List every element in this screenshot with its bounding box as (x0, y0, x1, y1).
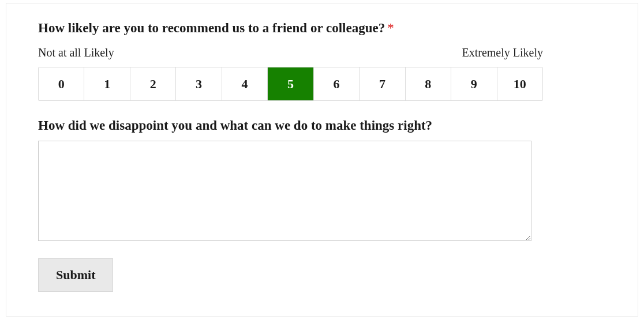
submit-button[interactable]: Submit (38, 258, 113, 292)
survey-form: How likely are you to recommend us to a … (6, 3, 638, 317)
scale-option-3[interactable]: 3 (176, 67, 222, 100)
scale-option-0[interactable]: 0 (39, 67, 84, 100)
nps-question-row: How likely are you to recommend us to a … (38, 21, 606, 36)
scale-option-9[interactable]: 9 (451, 67, 497, 100)
required-asterisk: * (387, 21, 394, 36)
nps-scale: 012345678910 (38, 67, 543, 101)
scale-option-2[interactable]: 2 (130, 67, 176, 100)
scale-option-4[interactable]: 4 (222, 67, 268, 100)
scale-option-1[interactable]: 1 (84, 67, 130, 100)
nps-question-label: How likely are you to recommend us to a … (38, 21, 385, 36)
scale-endpoint-labels: Not at all Likely Extremely Likely (38, 46, 543, 59)
followup-question-label: How did we disappoint you and what can w… (38, 118, 606, 133)
scale-option-7[interactable]: 7 (360, 67, 405, 100)
scale-option-10[interactable]: 10 (497, 67, 542, 100)
scale-option-5[interactable]: 5 (268, 67, 313, 100)
scale-option-8[interactable]: 8 (406, 67, 451, 100)
scale-option-6[interactable]: 6 (314, 67, 360, 100)
scale-high-label: Extremely Likely (462, 46, 543, 59)
feedback-textarea[interactable] (38, 141, 531, 241)
scale-low-label: Not at all Likely (38, 46, 114, 59)
